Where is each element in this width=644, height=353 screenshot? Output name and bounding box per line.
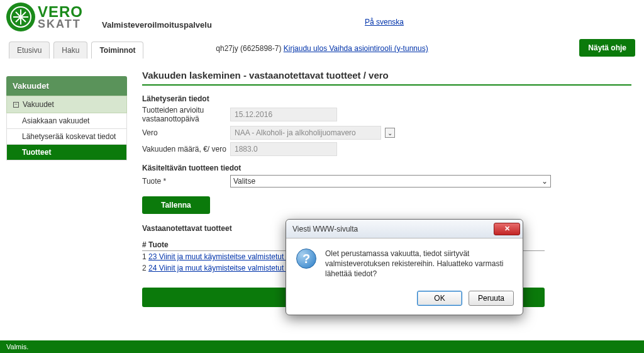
sidebar: Vakuudet − Vakuudet Asiakkaan vakuudet L… xyxy=(6,76,127,313)
label-vakuus-maara: Vakuuden määrä, €/ vero xyxy=(142,145,230,154)
form-row-vastaanottopaiva: Tuotteiden arvioitu vastaanottopäivä 15.… xyxy=(142,106,631,123)
footer-status: Valmis. xyxy=(0,340,644,353)
dialog-titlebar[interactable]: Viesti WWW-sivulta ✕ xyxy=(286,220,523,238)
row-index: 1 xyxy=(142,252,147,261)
logout-link[interactable]: Kirjaudu ulos Vaihda asiointirooli (y-tu… xyxy=(284,44,428,53)
value-vakuus-maara: 1883.0 xyxy=(230,142,337,156)
sidebar-group-label: Vakuudet xyxy=(23,100,54,109)
label-tuote: Tuote * xyxy=(142,177,230,186)
chevron-down-icon: ⌄ xyxy=(385,128,395,138)
sidebar-item-asiakkaan-vakuudet[interactable]: Asiakkaan vakuudet xyxy=(6,113,127,129)
auth-line: qh27jy (6625898-7) Kirjaudu ulos Vaihda … xyxy=(0,44,644,53)
tuote-select-value: Valitse xyxy=(233,177,255,186)
logo: VERO SKATT xyxy=(6,3,83,31)
close-icon[interactable]: ✕ xyxy=(494,223,520,235)
language-link[interactable]: På svenska xyxy=(365,18,404,26)
value-vero: NAA - Alkoholi- ja alkoholijuomavero xyxy=(230,126,381,140)
label-vastaanottopaiva: Tuotteiden arvioitu vastaanottopäivä xyxy=(142,106,230,123)
section-lahetysera-title: Lähetyserän tiedot xyxy=(142,94,631,103)
sidebar-item-lahetysera-tiedot[interactable]: Lähetyserää koskevat tiedot xyxy=(6,129,127,145)
sidebar-head: Vakuudet xyxy=(6,76,127,96)
form-row-vero: Vero NAA - Alkoholi- ja alkoholijuomaver… xyxy=(142,126,631,140)
question-icon: ? xyxy=(296,249,316,269)
ok-button[interactable]: OK xyxy=(417,291,462,306)
logo-icon xyxy=(6,3,35,31)
header: VERO SKATT Valmisteveroilmoituspalvelu xyxy=(0,0,644,31)
sidebar-item-tuotteet[interactable]: Tuotteet xyxy=(6,145,127,160)
chevron-down-icon: ⌄ xyxy=(541,177,548,186)
form-row-tuote: Tuote * Valitse ⌄ xyxy=(142,175,631,188)
sidebar-group-vakuudet[interactable]: − Vakuudet xyxy=(6,96,127,113)
form-row-vakuus-maara: Vakuuden määrä, €/ vero 1883.0 xyxy=(142,142,631,156)
cancel-button[interactable]: Peruuta xyxy=(469,291,514,306)
value-vastaanottopaiva: 15.12.2016 xyxy=(230,108,337,121)
dialog-message: Olet perustamassa vakuutta, tiedot siirt… xyxy=(325,249,515,279)
logo-text-vero: VERO xyxy=(38,5,83,19)
auth-user: qh27jy (6625898-7) xyxy=(216,44,281,53)
confirm-dialog: Viesti WWW-sivulta ✕ ? Olet perustamassa… xyxy=(286,219,523,315)
save-button[interactable]: Tallenna xyxy=(142,196,210,214)
dialog-title: Viesti WWW-sivulta xyxy=(292,225,358,233)
page-title: Vakuuden laskeminen - vastaanotettavat t… xyxy=(142,70,631,86)
section-kasiteltava-title: Käsiteltävän tuotteen tiedot xyxy=(142,164,631,172)
label-vero: Vero xyxy=(142,128,230,137)
collapse-icon: − xyxy=(13,102,19,108)
service-name: Valmisteveroilmoituspalvelu xyxy=(102,20,212,30)
row-index: 2 xyxy=(142,264,147,272)
show-help-button[interactable]: Näytä ohje xyxy=(579,39,635,57)
tuote-select[interactable]: Valitse ⌄ xyxy=(230,175,551,188)
logo-text-skatt: SKATT xyxy=(38,19,83,29)
